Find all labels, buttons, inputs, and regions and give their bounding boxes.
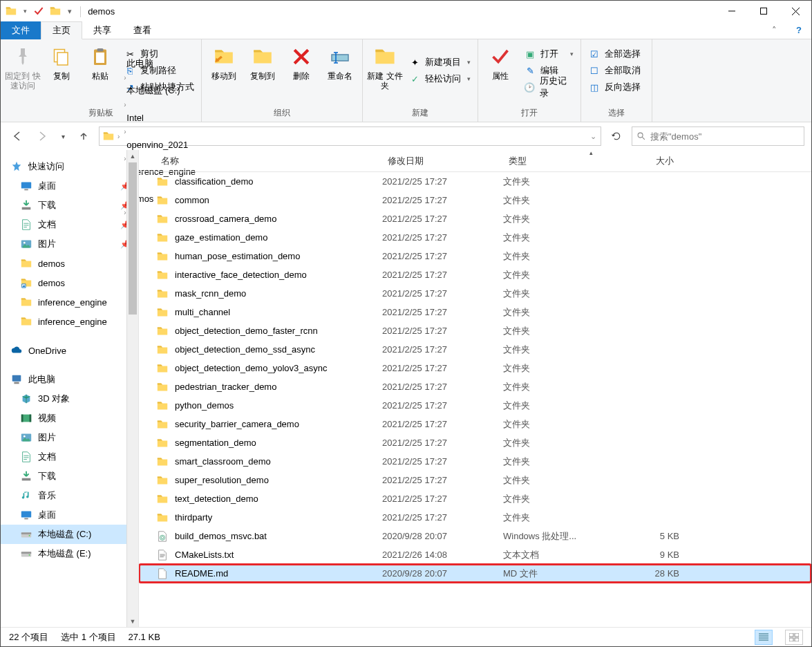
- chevron-right-icon[interactable]: ›: [116, 133, 121, 140]
- nav-item[interactable]: 文档📌: [1, 215, 138, 234]
- chevron-right-icon[interactable]: ›: [122, 128, 127, 135]
- nav-onedrive[interactable]: OneDrive: [1, 341, 138, 360]
- nav-item[interactable]: demos: [1, 254, 138, 273]
- file-row[interactable]: pedestrian_tracker_demo2021/2/25 17:27文件…: [139, 377, 811, 396]
- nav-item[interactable]: 下载: [1, 467, 138, 486]
- selectall-button[interactable]: ☑全部选择: [585, 46, 648, 62]
- tab-view[interactable]: 查看: [122, 21, 162, 39]
- qat-newfolder-icon[interactable]: [49, 5, 62, 17]
- file-row[interactable]: human_pose_estimation_demo2021/2/25 17:2…: [139, 247, 811, 265]
- qat-dropdown-icon[interactable]: ▾: [21, 5, 28, 17]
- history-button[interactable]: 🕑历史记录: [521, 79, 576, 95]
- minimize-button[interactable]: [716, 1, 748, 21]
- nav-item[interactable]: 文档: [1, 447, 138, 467]
- file-row[interactable]: multi_channel2021/2/25 17:27文件夹: [139, 303, 811, 321]
- chevron-right-icon[interactable]: ›: [122, 101, 127, 109]
- forward-button[interactable]: [32, 126, 52, 146]
- tab-file[interactable]: 文件: [1, 21, 41, 39]
- file-row[interactable]: CMakeLists.txt2021/2/26 14:08文本文档9 KB: [139, 545, 811, 564]
- recent-button[interactable]: ▾: [57, 126, 68, 146]
- maximize-button[interactable]: [748, 1, 780, 21]
- file-row[interactable]: text_detection_demo2021/2/25 17:27文件夹: [139, 489, 811, 508]
- pin-quickaccess-button[interactable]: 固定到 快速访问: [5, 42, 41, 91]
- search-input[interactable]: [650, 131, 800, 142]
- easyaccess-button[interactable]: ✓轻松访问▾: [406, 71, 473, 87]
- nav-this-pc[interactable]: 此电脑: [1, 370, 138, 389]
- file-row[interactable]: object_detection_demo_yolov3_async2021/2…: [139, 359, 811, 377]
- file-row[interactable]: thirdparty2021/2/25 17:27文件夹: [139, 508, 811, 527]
- selectinvert-button[interactable]: ◫反向选择: [585, 79, 648, 95]
- file-row[interactable]: object_detection_demo_ssd_async2021/2/25…: [139, 340, 811, 359]
- qat-overflow-icon[interactable]: ▾: [66, 5, 74, 17]
- refresh-button[interactable]: [607, 126, 626, 146]
- qat-properties-icon[interactable]: [32, 5, 45, 17]
- nav-quick-access[interactable]: 快速访问: [1, 157, 138, 176]
- nav-item[interactable]: 3D 对象: [1, 389, 138, 409]
- back-button[interactable]: [8, 126, 27, 146]
- file-size: 28 KB: [610, 568, 679, 579]
- rename-button[interactable]: 重命名: [322, 42, 358, 81]
- file-row[interactable]: mask_rcnn_demo2021/2/25 17:27文件夹: [139, 284, 811, 303]
- file-row[interactable]: interactive_face_detection_demo2021/2/25…: [139, 265, 811, 284]
- delete-button[interactable]: 删除: [283, 42, 319, 81]
- selectnone-button[interactable]: ☐全部取消: [585, 62, 648, 79]
- file-row[interactable]: security_barrier_camera_demo2021/2/25 17…: [139, 415, 811, 433]
- newfolder-button[interactable]: 新建 文件夹: [367, 42, 403, 91]
- file-row[interactable]: crossroad_camera_demo2021/2/25 17:27文件夹: [139, 209, 811, 228]
- help-button[interactable]: ?: [786, 21, 811, 39]
- breadcrumb-item[interactable]: 本地磁盘 (C:): [122, 82, 200, 99]
- nav-item[interactable]: inference_engine: [1, 312, 138, 331]
- chevron-down-icon[interactable]: ⌄: [589, 132, 598, 141]
- nav-item[interactable]: 图片📌: [1, 234, 138, 254]
- file-row[interactable]: object_detection_demo_faster_rcnn2021/2/…: [139, 321, 811, 340]
- copyto-button[interactable]: 复制到: [245, 42, 281, 81]
- nav-item[interactable]: demos: [1, 273, 138, 292]
- chevron-right-icon[interactable]: ›: [122, 74, 127, 82]
- nav-item[interactable]: 下载📌: [1, 196, 138, 215]
- up-button[interactable]: [74, 126, 93, 146]
- close-button[interactable]: [780, 1, 811, 21]
- file-row[interactable]: segmentation_demo2021/2/25 17:27文件夹: [139, 433, 811, 452]
- tab-home[interactable]: 主页: [41, 21, 82, 39]
- moveto-button[interactable]: 移动到: [206, 42, 242, 81]
- nav-item[interactable]: 视频: [1, 409, 138, 428]
- nav-item[interactable]: 桌面: [1, 505, 138, 525]
- file-type: 文件夹: [503, 400, 610, 412]
- file-row[interactable]: python_demos2021/2/25 17:27文件夹: [139, 396, 811, 415]
- nav-item[interactable]: 音乐: [1, 486, 138, 505]
- file-icon: [155, 567, 169, 581]
- window-title: demos: [88, 6, 115, 17]
- nav-item[interactable]: 本地磁盘 (E:): [1, 544, 138, 563]
- file-row[interactable]: build_demos_msvc.bat2020/9/28 20:07Windo…: [139, 527, 811, 545]
- tab-share[interactable]: 共享: [82, 21, 122, 39]
- file-type: 文件夹: [503, 474, 610, 487]
- file-type: 文件夹: [503, 325, 610, 337]
- folder-icon: [155, 455, 169, 469]
- breadcrumb-bar[interactable]: › 此电脑›本地磁盘 (C:)›Intel›openvino_2021›infe…: [99, 126, 601, 146]
- nav-item[interactable]: 本地磁盘 (C:): [1, 525, 138, 544]
- view-large-button[interactable]: [785, 630, 803, 645]
- search-box[interactable]: [632, 126, 804, 146]
- nav-item[interactable]: inference_engine: [1, 292, 138, 312]
- newitem-button[interactable]: ✦新建项目▾: [406, 54, 473, 71]
- file-row[interactable]: common2021/2/25 17:27文件夹: [139, 191, 811, 209]
- properties-button[interactable]: 属性: [482, 42, 518, 81]
- ribbon-collapse-button[interactable]: ˄: [762, 21, 786, 39]
- breadcrumb-item[interactable]: Intel: [122, 109, 200, 126]
- file-row[interactable]: README.md2020/9/28 20:07MD 文件28 KB: [139, 564, 811, 583]
- file-row[interactable]: gaze_estimation_demo2021/2/25 17:27文件夹: [139, 228, 811, 247]
- nav-scrollbar[interactable]: ▲▼: [126, 150, 138, 627]
- folder-icon: [155, 473, 169, 487]
- breadcrumb-item[interactable]: 此电脑: [122, 55, 200, 72]
- open-button[interactable]: ▣打开▾: [521, 46, 576, 62]
- file-name: object_detection_demo_yolov3_async: [175, 363, 382, 373]
- desktop-icon: [20, 509, 32, 521]
- file-row[interactable]: classification_demo2021/2/25 17:27文件夹: [139, 172, 811, 191]
- nav-item[interactable]: 图片: [1, 428, 138, 447]
- nav-item[interactable]: 桌面📌: [1, 176, 138, 196]
- paste-button[interactable]: 粘贴: [82, 42, 118, 81]
- view-details-button[interactable]: [755, 630, 773, 645]
- file-row[interactable]: super_resolution_demo2021/2/25 17:27文件夹: [139, 471, 811, 489]
- file-row[interactable]: smart_classroom_demo2021/2/25 17:27文件夹: [139, 452, 811, 471]
- copy-button[interactable]: 复制: [44, 42, 79, 81]
